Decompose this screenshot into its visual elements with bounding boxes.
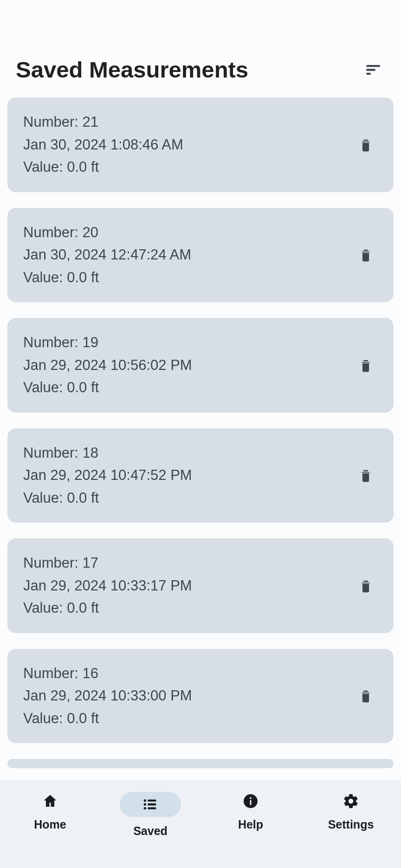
svg-rect-10 xyxy=(250,800,252,805)
nav-help[interactable]: Help xyxy=(200,792,301,831)
delete-button[interactable] xyxy=(355,134,377,156)
trash-icon xyxy=(358,136,374,154)
delete-button[interactable] xyxy=(355,354,377,376)
svg-rect-8 xyxy=(148,807,156,809)
nav-saved-icon-wrap xyxy=(120,792,181,817)
trash-icon xyxy=(358,356,374,374)
measurement-number: Number: 21 xyxy=(23,111,183,133)
measurement-text: Number: 18 Jan 29, 2024 10:47:52 PM Valu… xyxy=(23,442,192,509)
trash-icon xyxy=(358,466,374,484)
measurement-time: Jan 29, 2024 10:47:52 PM xyxy=(23,465,192,486)
measurement-text: Number: 19 Jan 29, 2024 10:56:02 PM Valu… xyxy=(23,332,192,399)
measurement-card-peek[interactable] xyxy=(7,759,394,768)
measurement-card[interactable]: Number: 17 Jan 29, 2024 10:33:17 PM Valu… xyxy=(7,538,394,633)
measurement-number: Number: 16 xyxy=(23,663,192,685)
svg-rect-0 xyxy=(366,65,380,67)
measurement-number: Number: 18 xyxy=(23,442,192,464)
measurements-list: Number: 21 Jan 30, 2024 1:08:46 AM Value… xyxy=(0,93,401,868)
measurement-time: Jan 30, 2024 1:08:46 AM xyxy=(23,134,183,156)
nav-help-icon-wrap xyxy=(233,792,269,810)
status-bar-space xyxy=(0,0,401,46)
measurement-value: Value: 0.0 ft xyxy=(23,267,191,289)
measurement-value: Value: 0.0 ft xyxy=(23,377,192,399)
measurement-value: Value: 0.0 ft xyxy=(23,597,192,619)
svg-rect-4 xyxy=(148,800,156,802)
svg-point-7 xyxy=(144,807,146,810)
nav-saved-label: Saved xyxy=(133,824,168,838)
measurement-text: Number: 16 Jan 29, 2024 10:33:00 PM Valu… xyxy=(23,663,192,730)
svg-rect-6 xyxy=(148,803,156,805)
measurement-card[interactable]: Number: 20 Jan 30, 2024 12:47:24 AM Valu… xyxy=(7,208,394,303)
sort-icon xyxy=(364,60,382,79)
info-icon xyxy=(242,793,259,810)
nav-saved[interactable]: Saved xyxy=(100,792,200,838)
measurement-text: Number: 17 Jan 29, 2024 10:33:17 PM Valu… xyxy=(23,552,192,619)
svg-point-3 xyxy=(144,799,146,802)
gear-icon xyxy=(343,793,359,810)
svg-rect-1 xyxy=(366,69,375,71)
measurement-card[interactable]: Number: 19 Jan 29, 2024 10:56:02 PM Valu… xyxy=(7,318,394,413)
delete-button[interactable] xyxy=(355,244,377,266)
bottom-nav: Home Saved Help Settings xyxy=(0,780,401,868)
home-icon xyxy=(42,793,58,810)
measurement-value: Value: 0.0 ft xyxy=(23,708,192,730)
measurement-card[interactable]: Number: 18 Jan 29, 2024 10:47:52 PM Valu… xyxy=(7,428,394,523)
header: Saved Measurements xyxy=(0,46,401,93)
nav-settings-icon-wrap xyxy=(333,792,369,810)
svg-point-5 xyxy=(144,803,146,805)
measurement-card[interactable]: Number: 21 Jan 30, 2024 1:08:46 AM Value… xyxy=(7,97,394,192)
delete-button[interactable] xyxy=(355,575,377,597)
measurement-value: Value: 0.0 ft xyxy=(23,156,183,178)
measurement-text: Number: 20 Jan 30, 2024 12:47:24 AM Valu… xyxy=(23,222,191,289)
delete-button[interactable] xyxy=(355,685,377,707)
sort-button[interactable] xyxy=(362,58,384,81)
measurement-card[interactable]: Number: 16 Jan 29, 2024 10:33:00 PM Valu… xyxy=(7,649,394,744)
measurement-time: Jan 29, 2024 10:56:02 PM xyxy=(23,355,192,376)
measurement-number: Number: 19 xyxy=(23,332,192,354)
svg-point-11 xyxy=(250,797,252,799)
nav-home[interactable]: Home xyxy=(0,792,100,831)
svg-rect-2 xyxy=(366,73,371,75)
list-icon xyxy=(141,795,160,814)
trash-icon xyxy=(358,577,374,595)
nav-settings[interactable]: Settings xyxy=(301,792,401,831)
nav-help-label: Help xyxy=(238,818,263,831)
measurement-time: Jan 29, 2024 10:33:00 PM xyxy=(23,685,192,707)
trash-icon xyxy=(358,246,374,264)
measurement-text: Number: 21 Jan 30, 2024 1:08:46 AM Value… xyxy=(23,111,183,178)
nav-home-icon-wrap xyxy=(32,792,68,810)
nav-home-label: Home xyxy=(34,818,66,831)
measurement-value: Value: 0.0 ft xyxy=(23,487,192,509)
measurement-number: Number: 17 xyxy=(23,552,192,574)
measurement-time: Jan 29, 2024 10:33:17 PM xyxy=(23,575,192,597)
nav-settings-label: Settings xyxy=(328,818,374,831)
page-title: Saved Measurements xyxy=(16,57,248,83)
trash-icon xyxy=(358,687,374,705)
measurement-number: Number: 20 xyxy=(23,222,191,244)
measurement-time: Jan 30, 2024 12:47:24 AM xyxy=(23,244,191,266)
delete-button[interactable] xyxy=(355,464,377,486)
